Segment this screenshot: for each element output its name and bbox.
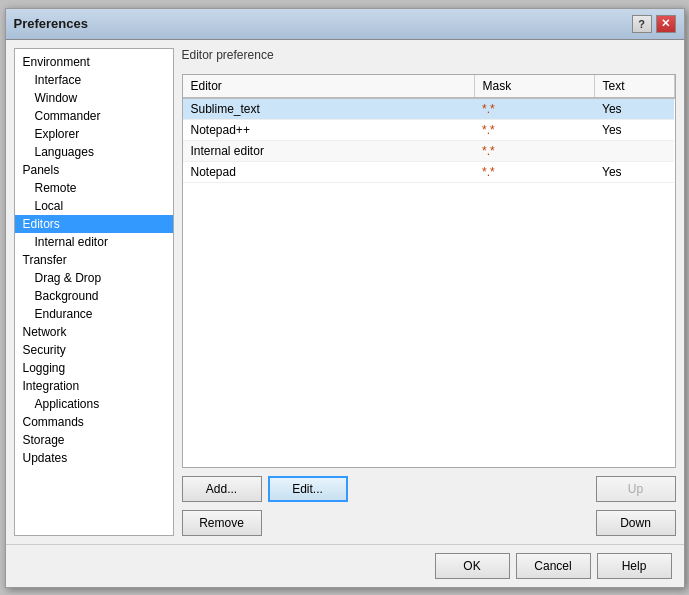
editor-text: Yes <box>594 98 674 120</box>
sidebar-item-security[interactable]: Security <box>15 341 173 359</box>
table-row[interactable]: Notepad*.*Yes <box>183 161 675 182</box>
table-row[interactable]: Notepad++*.*Yes <box>183 119 675 140</box>
sidebar-item-drag-drop[interactable]: Drag & Drop <box>15 269 173 287</box>
sidebar-item-transfer[interactable]: Transfer <box>15 251 173 269</box>
main-content: Editor preference Editor Mask Text Subli… <box>182 48 676 536</box>
editor-name: Notepad++ <box>183 119 475 140</box>
sidebar-item-explorer[interactable]: Explorer <box>15 125 173 143</box>
down-button[interactable]: Down <box>596 510 676 536</box>
sidebar-item-internal-editor[interactable]: Internal editor <box>15 233 173 251</box>
action-buttons: Add... Edit... Up <box>182 476 676 502</box>
col-text: Text <box>594 75 674 98</box>
editor-name: Notepad <box>183 161 475 182</box>
action-buttons-2: Remove Down <box>182 510 676 536</box>
sidebar-item-editors[interactable]: Editors <box>15 215 173 233</box>
editor-table: Editor Mask Text Sublime_text*.*YesNotep… <box>183 75 675 183</box>
sidebar-item-network[interactable]: Network <box>15 323 173 341</box>
editor-name: Internal editor <box>183 140 475 161</box>
sidebar-item-storage[interactable]: Storage <box>15 431 173 449</box>
sidebar-item-logging[interactable]: Logging <box>15 359 173 377</box>
edit-button[interactable]: Edit... <box>268 476 348 502</box>
sidebar-item-languages[interactable]: Languages <box>15 143 173 161</box>
sidebar-item-commands[interactable]: Commands <box>15 413 173 431</box>
sidebar-item-panels[interactable]: Panels <box>15 161 173 179</box>
editor-text: Yes <box>594 119 674 140</box>
sidebar-item-commander[interactable]: Commander <box>15 107 173 125</box>
title-bar: Preferences ? ✕ <box>6 9 684 40</box>
sidebar-item-environment[interactable]: Environment <box>15 53 173 71</box>
sidebar-item-interface[interactable]: Interface <box>15 71 173 89</box>
editor-table-container: Editor Mask Text Sublime_text*.*YesNotep… <box>182 74 676 468</box>
sidebar-item-window[interactable]: Window <box>15 89 173 107</box>
sidebar: EnvironmentInterfaceWindowCommanderExplo… <box>14 48 174 536</box>
editor-mask: *.* <box>474 140 594 161</box>
editor-mask: *.* <box>474 98 594 120</box>
add-button[interactable]: Add... <box>182 476 262 502</box>
sidebar-item-endurance[interactable]: Endurance <box>15 305 173 323</box>
sidebar-item-local[interactable]: Local <box>15 197 173 215</box>
title-bar-buttons: ? ✕ <box>632 15 676 33</box>
preferences-dialog: Preferences ? ✕ EnvironmentInterfaceWind… <box>5 8 685 588</box>
help-button[interactable]: Help <box>597 553 672 579</box>
table-row[interactable]: Internal editor*.* <box>183 140 675 161</box>
close-title-button[interactable]: ✕ <box>656 15 676 33</box>
editor-text <box>594 140 674 161</box>
table-row[interactable]: Sublime_text*.*Yes <box>183 98 675 120</box>
sidebar-item-updates[interactable]: Updates <box>15 449 173 467</box>
cancel-button[interactable]: Cancel <box>516 553 591 579</box>
editor-text: Yes <box>594 161 674 182</box>
sidebar-item-background[interactable]: Background <box>15 287 173 305</box>
dialog-title: Preferences <box>14 16 88 31</box>
help-title-button[interactable]: ? <box>632 15 652 33</box>
dialog-footer: OK Cancel Help <box>6 544 684 587</box>
sidebar-item-applications[interactable]: Applications <box>15 395 173 413</box>
editor-mask: *.* <box>474 161 594 182</box>
editor-mask: *.* <box>474 119 594 140</box>
col-mask: Mask <box>474 75 594 98</box>
ok-button[interactable]: OK <box>435 553 510 579</box>
section-title: Editor preference <box>182 48 676 66</box>
sidebar-item-remote[interactable]: Remote <box>15 179 173 197</box>
dialog-body: EnvironmentInterfaceWindowCommanderExplo… <box>6 40 684 544</box>
remove-button[interactable]: Remove <box>182 510 262 536</box>
col-editor: Editor <box>183 75 475 98</box>
editor-name: Sublime_text <box>183 98 475 120</box>
sidebar-item-integration[interactable]: Integration <box>15 377 173 395</box>
up-button[interactable]: Up <box>596 476 676 502</box>
